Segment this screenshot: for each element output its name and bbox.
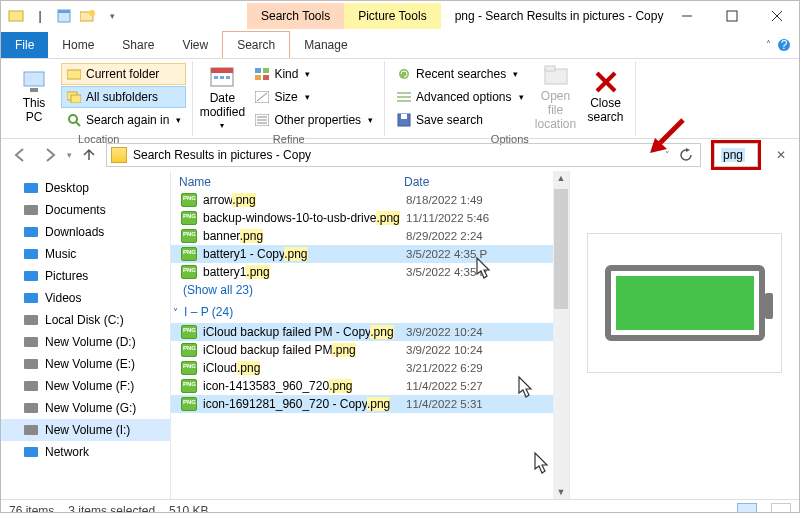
save-search-button[interactable]: Save search (391, 109, 528, 131)
tab-search[interactable]: Search (222, 31, 290, 58)
address-dropdown-icon[interactable]: ˅ (665, 150, 670, 160)
sidebar-item[interactable]: New Volume (I:) (1, 419, 170, 441)
png-file-icon (181, 325, 197, 339)
titlebar: | ▾ Search Tools Picture Tools png - Sea… (1, 1, 799, 31)
back-button[interactable] (7, 142, 33, 168)
ribbon-collapse-icon[interactable]: ˄ (766, 39, 771, 50)
ribbon: This PC Current folder All subfolders Se… (1, 59, 799, 139)
advanced-options-button[interactable]: Advanced options▾ (391, 86, 528, 108)
navigation-bar: ▾ Search Results in pictures - Copy ˅ pn… (1, 139, 799, 171)
current-folder-button[interactable]: Current folder (61, 63, 186, 85)
size-icon (254, 89, 270, 105)
sidebar-item[interactable]: Music (1, 243, 170, 265)
net-icon (23, 444, 39, 460)
qat-properties-icon[interactable] (55, 7, 73, 25)
file-row[interactable]: arrow.png8/18/2022 1:49 (171, 191, 569, 209)
other-properties-button[interactable]: Other properties▾ (249, 109, 378, 131)
column-date[interactable]: Date (404, 175, 429, 189)
help-icon[interactable]: ? (777, 38, 791, 52)
forward-button[interactable] (37, 142, 63, 168)
sidebar-item-label: Desktop (45, 181, 89, 195)
tab-view[interactable]: View (168, 32, 222, 58)
sidebar-item[interactable]: New Volume (E:) (1, 353, 170, 375)
refresh-button[interactable] (676, 145, 696, 165)
save-icon (396, 112, 412, 128)
close-button[interactable] (754, 1, 799, 31)
drive-icon (23, 400, 39, 416)
column-name[interactable]: Name (179, 175, 404, 189)
file-row[interactable]: iCloud backup failed PM - Copy.png3/9/20… (171, 323, 569, 341)
sidebar-item[interactable]: Network (1, 441, 170, 463)
tab-file[interactable]: File (1, 32, 48, 58)
clear-search-button[interactable]: ✕ (769, 143, 793, 167)
show-all-link[interactable]: (Show all 23) (171, 281, 569, 301)
file-date: 11/11/2022 5:46 (406, 212, 489, 224)
sidebar-item[interactable]: New Volume (D:) (1, 331, 170, 353)
cursor-icon (529, 451, 551, 477)
file-name: iCloud backup failed PM.png (203, 343, 356, 357)
sidebar-item[interactable]: Documents (1, 199, 170, 221)
svg-rect-22 (226, 76, 230, 79)
date-modified-button[interactable]: Date modified▾ (199, 65, 245, 130)
svg-rect-15 (71, 95, 81, 103)
size-button[interactable]: Size▾ (249, 86, 378, 108)
up-button[interactable] (76, 142, 102, 168)
svg-rect-2 (58, 10, 70, 13)
column-headers[interactable]: Name Date (171, 171, 569, 191)
file-row[interactable]: backup-windows-10-to-usb-drive.png11/11/… (171, 209, 569, 227)
svg-rect-48 (24, 315, 38, 325)
qat-dropdown-icon[interactable]: ▾ (103, 7, 121, 25)
all-subfolders-button[interactable]: All subfolders (61, 86, 186, 108)
history-dropdown-icon[interactable]: ▾ (67, 150, 72, 160)
file-row[interactable]: banner.png8/29/2022 2:24 (171, 227, 569, 245)
search-again-in-button[interactable]: Search again in▾ (61, 109, 186, 131)
file-row[interactable]: icon-1691281_960_720 - Copy.png11/4/2022… (171, 395, 569, 413)
svg-rect-13 (67, 70, 81, 79)
group-header[interactable]: ˅I – P (24) (171, 301, 569, 323)
scrollbar[interactable]: ▲ ▼ (553, 171, 569, 499)
file-row[interactable]: iCloud backup failed PM.png3/9/2022 10:2… (171, 341, 569, 359)
music-icon (23, 246, 39, 262)
maximize-button[interactable] (709, 1, 754, 31)
file-date: 3/5/2022 4:35 P (406, 248, 487, 260)
qat-newfolder-icon[interactable] (79, 7, 97, 25)
file-date: 3/5/2022 4:35 P (406, 266, 487, 278)
sidebar-item[interactable]: New Volume (F:) (1, 375, 170, 397)
kind-button[interactable]: Kind▾ (249, 63, 378, 85)
sidebar-item[interactable]: Local Disk (C:) (1, 309, 170, 331)
file-row[interactable]: battery1.png3/5/2022 4:35 P (171, 263, 569, 281)
sidebar-item[interactable]: New Volume (G:) (1, 397, 170, 419)
tab-manage[interactable]: Manage (290, 32, 361, 58)
this-pc-button[interactable]: This PC (11, 70, 57, 124)
sidebar-item[interactable]: Videos (1, 287, 170, 309)
search-icon (66, 112, 82, 128)
address-icon (111, 147, 127, 163)
close-search-button[interactable]: Close search (583, 70, 629, 124)
details-view-button[interactable] (737, 503, 757, 514)
thumbnails-view-button[interactable] (771, 503, 791, 514)
svg-rect-24 (263, 68, 269, 73)
navigation-pane[interactable]: DesktopDocumentsDownloadsMusicPicturesVi… (1, 171, 171, 499)
qat-divider: | (31, 7, 49, 25)
file-name: arrow.png (203, 193, 256, 207)
scrollbar-thumb[interactable] (554, 189, 568, 309)
tab-share[interactable]: Share (108, 32, 168, 58)
sidebar-item[interactable]: Pictures (1, 265, 170, 287)
svg-point-4 (89, 10, 95, 16)
tab-home[interactable]: Home (48, 32, 108, 58)
file-name: battery1.png (203, 265, 270, 279)
search-input[interactable]: png (714, 143, 758, 167)
video-icon (23, 290, 39, 306)
recent-searches-button[interactable]: Recent searches▾ (391, 63, 528, 85)
sidebar-item[interactable]: Downloads (1, 221, 170, 243)
minimize-button[interactable] (664, 1, 709, 31)
search-value: png (721, 148, 745, 162)
open-file-location-button[interactable]: Open file location (533, 63, 579, 131)
file-row[interactable]: iCloud.png3/21/2022 6:29 (171, 359, 569, 377)
svg-rect-25 (255, 75, 261, 80)
sidebar-item[interactable]: Desktop (1, 177, 170, 199)
file-row[interactable]: battery1 - Copy.png3/5/2022 4:35 P (171, 245, 569, 263)
address-bar[interactable]: Search Results in pictures - Copy ˅ (106, 143, 701, 167)
file-list[interactable]: Name Date arrow.png8/18/2022 1:49backup-… (171, 171, 569, 499)
file-row[interactable]: icon-1413583_960_720.png11/4/2022 5:27 (171, 377, 569, 395)
